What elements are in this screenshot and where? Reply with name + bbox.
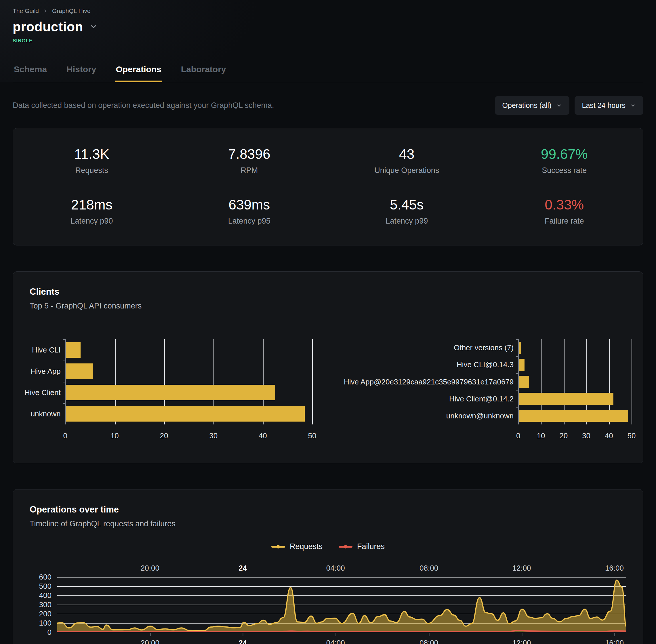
tab-bar: Schema History Operations Laboratory bbox=[13, 62, 643, 82]
client-versions-bar-labels: Other versions (7) Hive CLI@0.14.3 Hive … bbox=[344, 339, 518, 424]
clients-title: Clients bbox=[30, 286, 626, 297]
period-filter-dropdown[interactable]: Last 24 hours bbox=[575, 96, 643, 115]
x-tick: 08:00 bbox=[420, 564, 438, 573]
chevron-down-icon bbox=[556, 103, 562, 109]
stat-value: 218ms bbox=[13, 197, 171, 213]
stat-failure-rate: 0.33% Failure rate bbox=[486, 197, 643, 226]
timeline-legend: Requests Failures bbox=[30, 542, 626, 551]
timeline-plot-area[interactable] bbox=[57, 577, 626, 632]
stat-value: 5.45s bbox=[328, 197, 486, 213]
chevron-down-icon bbox=[630, 103, 636, 109]
y-tick: 500 bbox=[39, 582, 51, 591]
tab-schema[interactable]: Schema bbox=[13, 62, 47, 82]
x-tick: 10 bbox=[111, 431, 119, 440]
target-switcher-chevron-down-icon[interactable] bbox=[90, 23, 97, 31]
bar-category-label: unknown bbox=[24, 403, 61, 424]
stat-requests: 11.3K Requests bbox=[13, 146, 171, 175]
tab-history[interactable]: History bbox=[66, 62, 97, 82]
stat-value: 11.3K bbox=[13, 146, 171, 162]
bar-category-label: Other versions (7) bbox=[344, 339, 514, 356]
stat-value: 99.67% bbox=[486, 146, 643, 162]
stat-value: 639ms bbox=[171, 197, 328, 213]
operations-filter-label: Operations (all) bbox=[502, 101, 552, 110]
x-tick: 40 bbox=[605, 431, 613, 440]
x-tick: 20:00 bbox=[141, 639, 159, 644]
bar-hive-app-version[interactable] bbox=[519, 376, 529, 388]
y-tick: 400 bbox=[39, 591, 51, 600]
client-versions-bar-xaxis: 0 10 20 30 40 50 bbox=[518, 431, 632, 443]
page: The Guild GraphQL Hive production SINGLE… bbox=[0, 0, 656, 644]
requests-legend-marker-icon bbox=[271, 546, 285, 548]
clients-bar-labels: Hive CLI Hive App Hive Client unknown bbox=[24, 339, 65, 424]
legend-label: Requests bbox=[290, 542, 323, 551]
clients-bar-xaxis: 0 10 20 30 40 50 bbox=[65, 431, 312, 443]
bar-hive-client[interactable] bbox=[66, 385, 275, 400]
y-tick: 300 bbox=[39, 600, 51, 609]
chevron-right-icon bbox=[43, 8, 48, 14]
timeline-subtitle: Timeline of GraphQL requests and failure… bbox=[30, 520, 626, 528]
bar-unknown[interactable] bbox=[66, 406, 305, 421]
bar-hive-cli[interactable] bbox=[66, 342, 80, 358]
requests-area bbox=[57, 580, 626, 632]
y-tick: 100 bbox=[39, 618, 51, 627]
y-tick: 0 bbox=[47, 628, 51, 637]
main-content: Data collected based on operation execut… bbox=[0, 96, 656, 644]
bar-hive-client-version[interactable] bbox=[519, 393, 613, 405]
header: The Guild GraphQL Hive production SINGLE… bbox=[0, 0, 656, 82]
failures-legend-marker-icon bbox=[338, 546, 352, 548]
stat-value: 7.8396 bbox=[171, 146, 328, 162]
stat-success-rate: 99.67% Success rate bbox=[486, 146, 643, 175]
stat-label: Success rate bbox=[486, 166, 643, 175]
timeline-y-axis: 600 500 400 300 200 100 0 bbox=[30, 577, 57, 632]
legend-item-failures[interactable]: Failures bbox=[338, 542, 385, 551]
x-tick: 0 bbox=[63, 431, 67, 440]
operations-filter-dropdown[interactable]: Operations (all) bbox=[495, 96, 569, 115]
x-tick: 20 bbox=[559, 431, 568, 440]
stat-value: 0.33% bbox=[486, 197, 643, 213]
tab-operations[interactable]: Operations bbox=[115, 62, 162, 82]
timeline-series-svg bbox=[57, 577, 626, 632]
timeline-chart: 20:00 24 04:00 08:00 12:00 16:00 600 500… bbox=[30, 564, 626, 644]
gridline bbox=[632, 339, 632, 424]
period-filter-label: Last 24 hours bbox=[582, 101, 626, 110]
breadcrumb-project[interactable]: GraphQL Hive bbox=[52, 7, 90, 15]
x-tick: 04:00 bbox=[326, 639, 345, 644]
y-tick: 200 bbox=[39, 610, 51, 618]
legend-item-requests[interactable]: Requests bbox=[271, 542, 323, 551]
bar-category-label: Hive CLI bbox=[24, 339, 61, 361]
clients-bar-plot bbox=[65, 339, 312, 424]
bar-unknown-version[interactable] bbox=[519, 410, 628, 422]
stat-label: Latency p99 bbox=[328, 217, 486, 226]
operations-over-time-panel: Operations over time Timeline of GraphQL… bbox=[13, 489, 643, 644]
stat-label: Failure rate bbox=[486, 217, 643, 226]
stat-label: Latency p95 bbox=[171, 217, 328, 226]
bar-hive-app[interactable] bbox=[66, 364, 93, 379]
x-tick: 10 bbox=[537, 431, 545, 440]
x-tick: 12:00 bbox=[512, 639, 531, 644]
bar-category-label: unknown@unknown bbox=[344, 408, 514, 424]
clients-panel: Clients Top 5 - GraphQL API consumers Hi… bbox=[13, 271, 643, 463]
x-tick: 20:00 bbox=[141, 564, 159, 573]
x-tick: 16:00 bbox=[605, 564, 624, 573]
breadcrumb-org[interactable]: The Guild bbox=[13, 7, 39, 15]
bar-hive-cli-version[interactable] bbox=[519, 359, 524, 371]
target-mode-badge: SINGLE bbox=[13, 38, 643, 44]
legend-label: Failures bbox=[357, 542, 385, 551]
timeline-top-axis: 20:00 24 04:00 08:00 12:00 16:00 bbox=[57, 564, 626, 577]
x-tick: 04:00 bbox=[326, 564, 345, 573]
x-tick: 0 bbox=[516, 431, 520, 440]
x-tick: 12:00 bbox=[512, 564, 531, 573]
x-tick: 24 bbox=[238, 564, 247, 573]
bar-other-versions[interactable] bbox=[519, 342, 521, 354]
stat-label: RPM bbox=[171, 166, 328, 175]
bar-category-label: Hive App bbox=[24, 361, 61, 382]
stat-label: Latency p90 bbox=[13, 217, 171, 226]
stats-panel: 11.3K Requests 7.8396 RPM 43 Unique Oper… bbox=[13, 128, 643, 246]
stat-label: Requests bbox=[13, 166, 171, 175]
x-tick: 50 bbox=[308, 431, 317, 440]
tab-laboratory[interactable]: Laboratory bbox=[181, 62, 227, 82]
timeline-bottom-axis: 20:00 24 04:00 08:00 12:00 16:00 bbox=[57, 639, 626, 644]
target-title: production bbox=[13, 19, 83, 34]
stat-unique-operations: 43 Unique Operations bbox=[328, 146, 486, 175]
x-tick: 24 bbox=[238, 639, 247, 644]
